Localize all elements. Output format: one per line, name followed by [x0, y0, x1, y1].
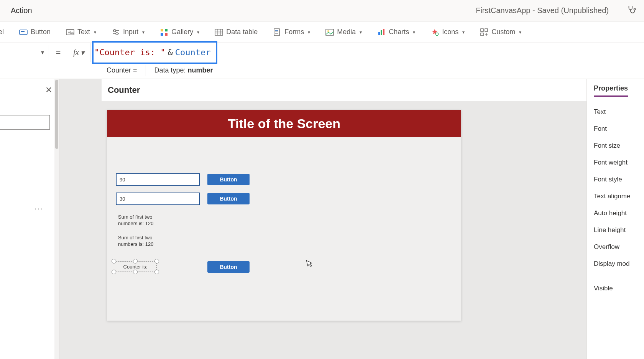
svg-rect-28 — [481, 29, 483, 31]
svg-rect-12 — [165, 33, 168, 36]
formula-input[interactable]: "Counter is: " & Counter — [90, 43, 644, 62]
properties-panel: Properties Text Font Font size Font weig… — [586, 79, 644, 359]
data-type-label: Data type: number — [154, 66, 213, 74]
button-2[interactable]: Button — [207, 193, 250, 204]
counter-label-selected[interactable]: Counter is: — [114, 261, 157, 272]
intellisense-bar: Counter = Data type: number — [0, 62, 644, 79]
media-icon — [325, 28, 334, 36]
charts-icon — [377, 28, 386, 36]
tree-search-input[interactable] — [0, 115, 50, 130]
icons-menu[interactable]: Icons▾ — [428, 26, 467, 38]
prop-overflow[interactable]: Overflow — [587, 239, 644, 255]
sum-label-1: Sum of first two numbers is: 120 — [118, 214, 164, 227]
button-control-button[interactable]: Button — [17, 26, 53, 38]
property-dropdown[interactable]: ▾ — [0, 45, 49, 60]
data-table-button[interactable]: Data table — [212, 26, 260, 38]
svg-rect-29 — [485, 29, 488, 31]
chevron-down-icon: ▾ — [413, 30, 415, 35]
formula-highlight-box: "Counter is: " & Counter — [92, 41, 217, 64]
svg-rect-13 — [215, 29, 223, 35]
prop-font-weight[interactable]: Font weight — [587, 154, 644, 171]
insert-ribbon: el Button Abc Text▾ Input▾ Gallery▾ Data… — [0, 21, 644, 43]
custom-icon — [480, 28, 488, 36]
cursor-icon — [306, 259, 314, 269]
chevron-down-icon: ▾ — [94, 30, 96, 35]
counter-label-text: Counter is: — [123, 264, 148, 270]
prop-font-size[interactable]: Font size — [587, 137, 644, 154]
svg-point-23 — [327, 30, 329, 32]
button-icon — [19, 28, 28, 36]
title-bar: Action FirstCanvasApp - Saved (Unpublish… — [0, 0, 644, 21]
resize-handle[interactable] — [112, 259, 116, 263]
text-input-2[interactable] — [116, 193, 200, 205]
resize-handle[interactable] — [133, 259, 138, 263]
divider — [146, 65, 146, 76]
fx-button[interactable]: fx▾ — [67, 43, 90, 62]
text-input-1[interactable] — [116, 173, 200, 186]
charts-menu[interactable]: Charts▾ — [375, 26, 417, 38]
forms-menu[interactable]: Forms▾ — [271, 26, 312, 38]
formula-operator: & — [168, 48, 172, 57]
formula-string-literal: "Counter is: " — [94, 48, 165, 57]
svg-rect-30 — [481, 33, 483, 36]
svg-text:Abc: Abc — [68, 31, 74, 35]
canvas-area: Counter Title of the Screen Button Butto… — [59, 79, 586, 359]
gallery-menu[interactable]: Gallery▾ — [158, 26, 202, 38]
prop-text[interactable]: Text — [587, 104, 644, 120]
resize-handle[interactable] — [112, 270, 116, 274]
app-title: FirstCanvasApp - Saved (Unpublished) — [476, 6, 609, 15]
prop-visible[interactable]: Visible — [587, 280, 644, 297]
input-menu[interactable]: Input▾ — [109, 26, 147, 38]
custom-menu[interactable]: Custom▾ — [478, 26, 524, 38]
prop-auto-height[interactable]: Auto height — [587, 205, 644, 222]
svg-point-0 — [634, 8, 636, 10]
equals-label: = — [49, 48, 67, 58]
text-icon: Abc — [66, 28, 74, 36]
svg-rect-24 — [378, 32, 380, 35]
svg-point-27 — [436, 33, 439, 35]
action-menu[interactable]: Action — [11, 6, 32, 15]
tree-view-panel: ✕ ··· — [0, 79, 59, 359]
button-3[interactable]: Button — [207, 261, 250, 273]
svg-rect-1 — [20, 30, 27, 35]
chevron-down-icon: ▾ — [519, 30, 521, 35]
prop-text-align[interactable]: Text alignme — [587, 188, 644, 205]
media-menu[interactable]: Media▾ — [323, 26, 364, 38]
input-icon — [112, 28, 120, 36]
svg-rect-9 — [161, 29, 163, 31]
scrollbar-thumb[interactable] — [55, 80, 58, 149]
icons-icon — [430, 28, 439, 36]
svg-rect-26 — [383, 29, 384, 35]
prop-line-height[interactable]: Line height — [587, 222, 644, 239]
screen-body: Button Button Sum of first two numbers i… — [107, 137, 461, 153]
chevron-down-icon: ▾ — [197, 30, 199, 35]
button-1[interactable]: Button — [207, 174, 250, 185]
formula-bar: ▾ = fx▾ "Counter is: " & Counter — [0, 43, 644, 62]
svg-rect-11 — [161, 33, 163, 36]
prop-font-style[interactable]: Font style — [587, 171, 644, 188]
svg-point-8 — [116, 33, 118, 35]
resize-handle[interactable] — [133, 270, 138, 274]
resize-handle[interactable] — [154, 259, 159, 263]
chevron-down-icon: ▾ — [142, 30, 145, 35]
app-screen[interactable]: Title of the Screen Button Button Sum of… — [107, 110, 461, 321]
svg-rect-18 — [274, 29, 279, 36]
svg-point-7 — [113, 30, 116, 32]
label-button[interactable]: el — [0, 26, 6, 38]
main-area: ✕ ··· Counter Title of the Screen Button… — [0, 79, 644, 359]
prop-font[interactable]: Font — [587, 120, 644, 137]
prop-display-mode[interactable]: Display mod — [587, 255, 644, 272]
resize-handle[interactable] — [154, 270, 159, 274]
formula-variable: Counter — [175, 48, 211, 57]
tree-scrollbar[interactable] — [54, 79, 59, 359]
intellisense-variable: Counter = — [107, 66, 137, 74]
close-icon[interactable]: ✕ — [45, 85, 52, 95]
svg-rect-25 — [381, 30, 382, 35]
text-menu[interactable]: Abc Text▾ — [64, 26, 99, 38]
more-options-icon[interactable]: ··· — [34, 204, 43, 213]
stethoscope-icon[interactable] — [626, 5, 636, 17]
screen-title: Title of the Screen — [107, 110, 461, 137]
selected-control-name: Counter — [102, 79, 586, 101]
properties-tab[interactable]: Properties — [594, 84, 628, 97]
chevron-down-icon: ▾ — [462, 30, 465, 35]
